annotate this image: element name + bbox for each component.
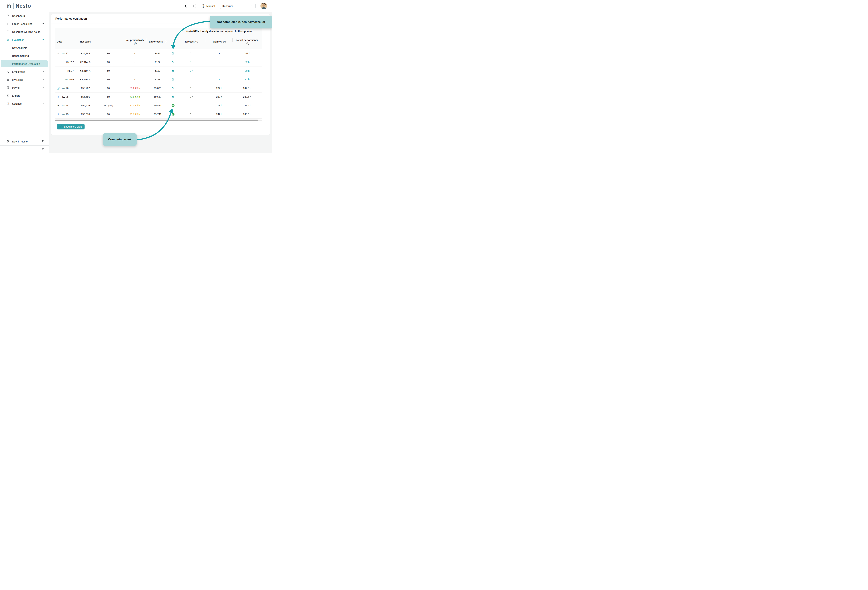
lock-open-icon[interactable] [171, 52, 174, 55]
planned-cell: 213 h [206, 104, 233, 107]
sidebar-item-employees[interactable]: Employees [0, 68, 49, 76]
col-header-planned: planned [206, 35, 233, 49]
sidebar-item-label: Export [12, 94, 20, 97]
sidebar-item-dashboard[interactable]: Dashboard [0, 12, 49, 20]
sidebar-item-settings[interactable]: ⚙ Settings [0, 100, 49, 108]
net-sales-cell: €24,349 [77, 52, 94, 55]
location-select[interactable]: Karlsruhe [220, 3, 255, 9]
sidebar-item-label: New in Nesto [12, 140, 28, 143]
user-avatar[interactable] [260, 3, 267, 9]
planned-cell: - [206, 78, 233, 81]
lock-open-icon[interactable] [171, 95, 174, 98]
date-label: Tu 1.7. [67, 69, 74, 72]
net-productivity-cell: 58.2 € / h [123, 87, 146, 90]
date-cell: Mo 30.6. [55, 78, 77, 81]
net-sales-deviation-cell: €0 [94, 87, 123, 90]
schedule-grid-icon [6, 22, 10, 25]
expand-toggle[interactable] [57, 87, 60, 90]
lock-open-icon[interactable] [171, 60, 174, 63]
sidebar-item-recorded-working-hours[interactable]: Recorded working hours [0, 28, 49, 36]
actual-performance-cell: 88 h [233, 69, 262, 72]
planned-cell: - [206, 52, 233, 55]
lock-open-icon[interactable] [171, 87, 174, 90]
planned-cell: 242 h [206, 113, 233, 115]
date-cell: kW 26 [55, 87, 77, 90]
sidebar-item-labor-scheduling[interactable]: Labor Scheduling [0, 20, 49, 28]
info-icon[interactable] [247, 43, 249, 45]
net-sales-deviation-cell: €0 [94, 113, 123, 115]
check-circle-icon[interactable] [171, 104, 175, 107]
edit-icon[interactable] [89, 69, 91, 72]
edit-icon[interactable] [89, 78, 91, 81]
sidebar-item-benchmarking[interactable]: Benchmarking [0, 52, 49, 60]
manual-help[interactable]: Manual [202, 4, 215, 7]
topbar-actions: Manual Karlsruhe [185, 3, 267, 9]
scrollbar-thumb[interactable] [55, 119, 258, 121]
status-cell [169, 87, 177, 90]
expand-toggle[interactable] [57, 52, 60, 55]
sidebar-item-my-nesto[interactable]: My Nesto [0, 76, 49, 84]
sidebar-item-evaluation[interactable]: Evaluation [0, 36, 49, 44]
actual-performance-cell: 233.5 h [233, 96, 262, 98]
actual-performance-cell: 242.3 h [233, 87, 262, 90]
net-sales-deviation-cell: €0 [94, 78, 123, 81]
sidebar-item-payroll[interactable]: Payroll [0, 84, 49, 91]
labor-costs-cell: €122 [146, 69, 169, 72]
lock-open-icon[interactable] [171, 78, 174, 81]
planned-cell: 232 h [206, 87, 233, 90]
status-cell [169, 104, 177, 107]
info-icon[interactable] [164, 41, 166, 43]
net-sales-deviation-cell: €0 [94, 61, 123, 63]
net-sales-deviation-cell: €0 [94, 96, 123, 98]
sidebar-item-label: Performance Evaluation [12, 62, 40, 65]
net-productivity-cell: - [123, 69, 146, 72]
sidebar-collapse-control[interactable] [0, 145, 49, 153]
labor-costs-cell: €9,821 [146, 104, 169, 107]
lock-open-icon[interactable] [171, 69, 174, 72]
info-icon[interactable] [195, 41, 198, 43]
forecast-cell: 0 h [177, 69, 206, 72]
sidebar-item-export[interactable]: Export [0, 91, 49, 100]
fullscreen-icon[interactable] [193, 4, 197, 8]
status-cell [169, 95, 177, 98]
col-header-net-sales: Net sales [77, 35, 94, 49]
main-content: Performance evaluation Nesto KPIs: Hourl… [49, 12, 272, 153]
sidebar-item-label: Evaluation [12, 38, 24, 41]
expand-toggle[interactable] [57, 113, 60, 116]
forecast-cell: 0 h [177, 87, 206, 90]
labor-costs-cell: €9,839 [146, 87, 169, 90]
net-sales-cell: €8,226 [77, 78, 94, 81]
edit-icon[interactable] [89, 61, 91, 63]
net-sales-cell: €56,370 [77, 113, 94, 115]
expand-toggle[interactable] [57, 95, 60, 98]
actual-performance-cell: 261 h [233, 52, 262, 55]
net-productivity-cell: - [123, 78, 146, 81]
sidebar-item-label: Day Analysis [12, 46, 27, 49]
info-icon[interactable] [134, 43, 137, 45]
sidebar-item-label: Benchmarking [12, 54, 29, 57]
table-row: We 2.7. €7,914 €0 - €122 0 h - 82 h [55, 58, 262, 66]
sidebar: Dashboard Labor Scheduling Recorded work… [0, 12, 49, 153]
clock-icon [6, 30, 10, 34]
chevron-down-icon [42, 86, 44, 89]
sidebar-item-day-analysis[interactable]: Day Analysis [0, 44, 49, 52]
col-header-actual-performance: actual performance [233, 35, 262, 49]
check-circle-icon[interactable] [171, 113, 175, 116]
info-icon[interactable] [223, 41, 226, 43]
chevron-down-icon [42, 78, 44, 81]
sidebar-item-new-in-nesto[interactable]: New in Nesto [0, 137, 49, 145]
logo-mark: n [7, 3, 11, 9]
status-cell [169, 69, 177, 72]
labor-costs-cell: €249 [146, 78, 169, 81]
table-row: kW 25 €56,656 €0 72.8 € / h €9,662 0 h 2… [55, 93, 262, 101]
actual-performance-cell: 91 h [233, 78, 262, 81]
expand-toggle[interactable] [57, 104, 60, 107]
load-more-data-button[interactable]: Load more data [57, 124, 84, 130]
sidebar-item-performance-evaluation[interactable]: Performance Evaluation [1, 60, 48, 67]
date-cell: Tu 1.7. [55, 69, 77, 72]
collapse-sidebar-icon [41, 148, 45, 151]
external-link-icon [42, 140, 44, 143]
notifications-bell-icon[interactable] [185, 4, 188, 8]
help-icon [202, 4, 205, 7]
date-label: kW 24 [62, 104, 69, 107]
